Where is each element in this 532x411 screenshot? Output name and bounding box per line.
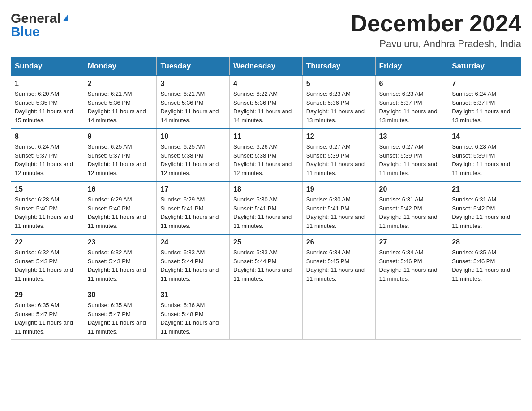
calendar-cell [302, 287, 375, 340]
day-number: 7 [452, 80, 517, 88]
calendar-cell: 11Sunrise: 6:26 AMSunset: 5:38 PMDayligh… [230, 128, 303, 181]
day-number: 30 [88, 291, 153, 299]
day-number: 12 [306, 133, 372, 141]
page-header: General Blue December 2024 Pavuluru, And… [11, 11, 521, 50]
day-info: Sunrise: 6:31 AMSunset: 5:42 PMDaylight:… [379, 195, 445, 230]
week-row-2: 8Sunrise: 6:24 AMSunset: 5:37 PMDaylight… [11, 128, 521, 181]
calendar-cell: 13Sunrise: 6:27 AMSunset: 5:39 PMDayligh… [375, 128, 448, 181]
day-number: 14 [452, 133, 517, 141]
calendar-cell: 12Sunrise: 6:27 AMSunset: 5:39 PMDayligh… [302, 128, 375, 181]
week-row-3: 15Sunrise: 6:28 AMSunset: 5:40 PMDayligh… [11, 181, 521, 234]
day-info: Sunrise: 6:20 AMSunset: 5:35 PMDaylight:… [15, 90, 80, 124]
day-number: 26 [306, 238, 372, 246]
day-number: 4 [233, 80, 299, 88]
week-row-4: 22Sunrise: 6:32 AMSunset: 5:43 PMDayligh… [11, 234, 521, 287]
day-number: 16 [88, 185, 153, 193]
calendar-table: Sunday Monday Tuesday Wednesday Thursday… [11, 57, 521, 340]
day-number: 15 [15, 185, 80, 193]
day-info: Sunrise: 6:28 AMSunset: 5:40 PMDaylight:… [15, 195, 80, 230]
calendar-cell: 25Sunrise: 6:33 AMSunset: 5:44 PMDayligh… [230, 234, 303, 287]
week-row-5: 29Sunrise: 6:35 AMSunset: 5:47 PMDayligh… [11, 287, 521, 340]
calendar-cell: 17Sunrise: 6:29 AMSunset: 5:41 PMDayligh… [157, 181, 230, 234]
col-saturday: Saturday [448, 57, 521, 76]
day-number: 17 [160, 185, 226, 193]
day-number: 24 [160, 238, 226, 246]
calendar-cell: 20Sunrise: 6:31 AMSunset: 5:42 PMDayligh… [375, 181, 448, 234]
day-info: Sunrise: 6:30 AMSunset: 5:41 PMDaylight:… [306, 195, 372, 230]
day-number: 27 [379, 238, 445, 246]
calendar-cell: 14Sunrise: 6:28 AMSunset: 5:39 PMDayligh… [448, 128, 521, 181]
calendar-cell: 2Sunrise: 6:21 AMSunset: 5:36 PMDaylight… [84, 76, 157, 128]
day-number: 8 [15, 133, 80, 141]
col-wednesday: Wednesday [230, 57, 303, 76]
day-number: 1 [15, 80, 80, 88]
col-thursday: Thursday [302, 57, 375, 76]
day-number: 22 [15, 238, 80, 246]
logo: General Blue [11, 11, 68, 39]
calendar-cell: 30Sunrise: 6:35 AMSunset: 5:47 PMDayligh… [84, 287, 157, 340]
day-info: Sunrise: 6:24 AMSunset: 5:37 PMDaylight:… [452, 90, 517, 124]
calendar-cell: 6Sunrise: 6:23 AMSunset: 5:37 PMDaylight… [375, 76, 448, 128]
day-number: 28 [452, 238, 517, 246]
calendar-cell: 10Sunrise: 6:25 AMSunset: 5:38 PMDayligh… [157, 128, 230, 181]
location-subtitle: Pavuluru, Andhra Pradesh, India [350, 38, 521, 50]
col-friday: Friday [375, 57, 448, 76]
day-info: Sunrise: 6:21 AMSunset: 5:36 PMDaylight:… [88, 90, 153, 124]
calendar-cell: 7Sunrise: 6:24 AMSunset: 5:37 PMDaylight… [448, 76, 521, 128]
calendar-cell [230, 287, 303, 340]
day-number: 29 [15, 291, 80, 299]
day-number: 18 [233, 185, 299, 193]
day-info: Sunrise: 6:30 AMSunset: 5:41 PMDaylight:… [233, 195, 299, 230]
calendar-cell [375, 287, 448, 340]
day-info: Sunrise: 6:31 AMSunset: 5:42 PMDaylight:… [452, 195, 517, 230]
calendar-cell: 4Sunrise: 6:22 AMSunset: 5:36 PMDaylight… [230, 76, 303, 128]
calendar-cell: 28Sunrise: 6:35 AMSunset: 5:46 PMDayligh… [448, 234, 521, 287]
day-number: 2 [88, 80, 153, 88]
day-number: 9 [88, 133, 153, 141]
day-number: 21 [452, 185, 517, 193]
calendar-cell: 22Sunrise: 6:32 AMSunset: 5:43 PMDayligh… [11, 234, 84, 287]
day-info: Sunrise: 6:36 AMSunset: 5:48 PMDaylight:… [160, 301, 226, 336]
day-info: Sunrise: 6:27 AMSunset: 5:39 PMDaylight:… [379, 142, 445, 177]
day-info: Sunrise: 6:28 AMSunset: 5:39 PMDaylight:… [452, 142, 517, 177]
day-info: Sunrise: 6:34 AMSunset: 5:45 PMDaylight:… [306, 248, 372, 283]
day-number: 25 [233, 238, 299, 246]
day-info: Sunrise: 6:21 AMSunset: 5:36 PMDaylight:… [160, 90, 226, 124]
calendar-cell: 23Sunrise: 6:32 AMSunset: 5:43 PMDayligh… [84, 234, 157, 287]
day-number: 11 [233, 133, 299, 141]
logo-arrow-icon [63, 14, 68, 21]
day-number: 20 [379, 185, 445, 193]
day-number: 13 [379, 133, 445, 141]
week-row-1: 1Sunrise: 6:20 AMSunset: 5:35 PMDaylight… [11, 76, 521, 128]
calendar-cell: 3Sunrise: 6:21 AMSunset: 5:36 PMDaylight… [157, 76, 230, 128]
calendar-cell: 26Sunrise: 6:34 AMSunset: 5:45 PMDayligh… [302, 234, 375, 287]
logo-general-text: General [11, 11, 61, 26]
day-info: Sunrise: 6:29 AMSunset: 5:41 PMDaylight:… [160, 195, 226, 230]
day-info: Sunrise: 6:33 AMSunset: 5:44 PMDaylight:… [160, 248, 226, 283]
day-info: Sunrise: 6:34 AMSunset: 5:46 PMDaylight:… [379, 248, 445, 283]
calendar-cell: 31Sunrise: 6:36 AMSunset: 5:48 PMDayligh… [157, 287, 230, 340]
calendar-cell: 21Sunrise: 6:31 AMSunset: 5:42 PMDayligh… [448, 181, 521, 234]
day-number: 19 [306, 185, 372, 193]
calendar-cell: 19Sunrise: 6:30 AMSunset: 5:41 PMDayligh… [302, 181, 375, 234]
month-title: December 2024 [350, 11, 521, 36]
calendar-cell: 16Sunrise: 6:29 AMSunset: 5:40 PMDayligh… [84, 181, 157, 234]
day-info: Sunrise: 6:26 AMSunset: 5:38 PMDaylight:… [233, 142, 299, 177]
day-number: 6 [379, 80, 445, 88]
day-info: Sunrise: 6:24 AMSunset: 5:37 PMDaylight:… [15, 142, 80, 177]
day-info: Sunrise: 6:32 AMSunset: 5:43 PMDaylight:… [15, 248, 80, 283]
day-info: Sunrise: 6:22 AMSunset: 5:36 PMDaylight:… [233, 90, 299, 124]
day-number: 3 [160, 80, 226, 88]
calendar-cell: 24Sunrise: 6:33 AMSunset: 5:44 PMDayligh… [157, 234, 230, 287]
calendar-cell: 8Sunrise: 6:24 AMSunset: 5:37 PMDaylight… [11, 128, 84, 181]
day-info: Sunrise: 6:27 AMSunset: 5:39 PMDaylight:… [306, 142, 372, 177]
day-number: 5 [306, 80, 372, 88]
calendar-cell: 5Sunrise: 6:23 AMSunset: 5:36 PMDaylight… [302, 76, 375, 128]
logo-blue-text: Blue [11, 24, 40, 39]
col-tuesday: Tuesday [157, 57, 230, 76]
calendar-cell: 15Sunrise: 6:28 AMSunset: 5:40 PMDayligh… [11, 181, 84, 234]
day-number: 23 [88, 238, 153, 246]
calendar-header-row: Sunday Monday Tuesday Wednesday Thursday… [11, 57, 521, 76]
day-info: Sunrise: 6:33 AMSunset: 5:44 PMDaylight:… [233, 248, 299, 283]
day-number: 31 [160, 291, 226, 299]
